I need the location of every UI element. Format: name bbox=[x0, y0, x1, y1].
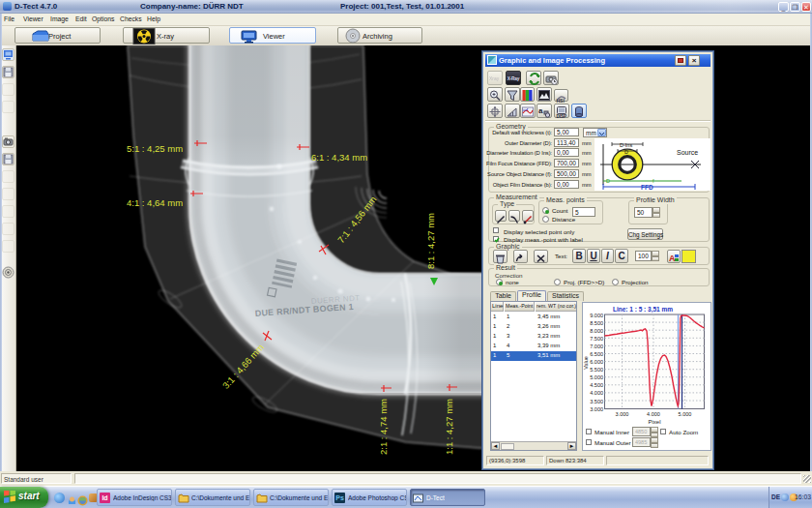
svg-text:4.000: 4.000 bbox=[647, 411, 660, 417]
svg-text:Value: Value bbox=[583, 356, 589, 370]
svg-text:4.000: 4.000 bbox=[590, 390, 603, 396]
svg-text:7.000: 7.000 bbox=[590, 344, 603, 349]
svg-text:A: A bbox=[669, 254, 676, 263]
svg-text:4.500: 4.500 bbox=[590, 382, 603, 388]
svg-text:DISP: DISP bbox=[557, 114, 567, 119]
svg-text:3.500: 3.500 bbox=[590, 399, 603, 404]
svg-text:1:1 : 4,27 mm: 1:1 : 4,27 mm bbox=[444, 399, 454, 455]
svg-text:8:1 : 4,27 mm: 8:1 : 4,27 mm bbox=[425, 213, 436, 269]
svg-text:7.500: 7.500 bbox=[590, 336, 603, 342]
svg-text:5.000: 5.000 bbox=[590, 374, 603, 380]
svg-text:5.500: 5.500 bbox=[590, 367, 603, 373]
svg-text:3.000: 3.000 bbox=[590, 406, 603, 412]
svg-text:FFD: FFD bbox=[641, 184, 653, 191]
svg-text:a: a bbox=[538, 106, 543, 115]
svg-text:9.000: 9.000 bbox=[590, 313, 603, 318]
svg-text:5:1 : 4,25 mm: 5:1 : 4,25 mm bbox=[127, 143, 183, 154]
svg-text:8.000: 8.000 bbox=[590, 328, 603, 334]
svg-text:5.000: 5.000 bbox=[679, 411, 692, 417]
svg-text:8.500: 8.500 bbox=[590, 320, 603, 326]
svg-text:Source: Source bbox=[677, 149, 698, 156]
svg-text:3.000: 3.000 bbox=[616, 411, 629, 417]
svg-text:6.000: 6.000 bbox=[590, 359, 603, 365]
svg-text:D: D bbox=[606, 178, 610, 184]
svg-text:Line: 1 : 5 : 3,51 mm: Line: 1 : 5 : 3,51 mm bbox=[613, 306, 673, 314]
svg-text:6.500: 6.500 bbox=[590, 351, 603, 357]
svg-text:Pixel: Pixel bbox=[648, 419, 660, 425]
svg-text:6:1 : 4,34 mm: 6:1 : 4,34 mm bbox=[311, 152, 367, 163]
svg-text:D-Ins: D-Ins bbox=[620, 142, 632, 148]
svg-text:4:1 : 4,64 mm: 4:1 : 4,64 mm bbox=[127, 197, 183, 208]
svg-text:2:1 : 4,74 mm: 2:1 : 4,74 mm bbox=[378, 399, 389, 455]
svg-text:D: D bbox=[624, 149, 628, 155]
